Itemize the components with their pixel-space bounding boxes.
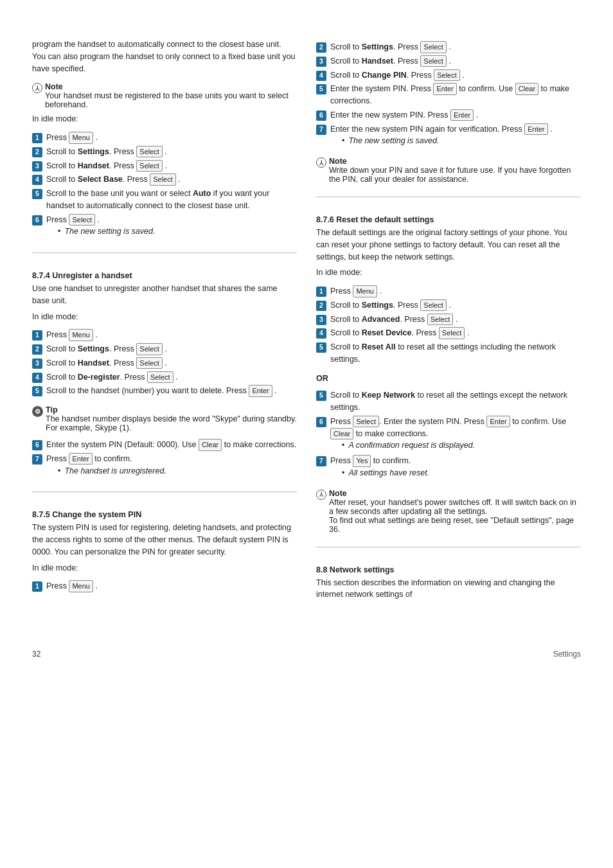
step-num-874-2: 2 [32,344,42,355]
step-num-874-7: 7 [32,454,42,465]
step-content-876-5b: Scroll to Keep Network to reset all the … [330,389,581,414]
step-content-876-5a: Scroll to Reset All to reset all the set… [330,341,581,366]
steps-875-start: 1 Press Menu . [32,580,297,594]
bullet-6: •The new setting is saved. [58,226,297,238]
section-875-title: 8.7.5 Change the system PIN [32,510,297,519]
kbd-select-874-3: Select [136,357,163,369]
bullet-876-6: •A confirmation request is displayed. [342,439,581,452]
kbd-menu-876-1: Menu [353,285,377,297]
step-876-3: 3 Scroll to Advanced. Press Select . [316,314,581,326]
page-content: program the handset to automatically con… [0,0,613,630]
note-text: Your handset must be registered to the b… [45,91,289,109]
step-875-5: 5 Enter the system PIN. Press Enter to c… [316,83,581,107]
step-num-874-4: 4 [32,373,42,383]
kbd-menu-874-1: Menu [69,329,93,341]
kbd-select-875-3: Select [420,55,447,67]
note-text-875: Write down your PIN and save it for futu… [329,166,571,184]
step-content-1: Press Menu . [46,132,297,144]
kbd-enter-875-6: Enter [450,109,474,121]
step-875-2: 2 Scroll to Settings. Press Select . [316,41,581,53]
step-content-874-3: Scroll to Handset. Press Select . [46,357,297,369]
kbd-menu-875-1: Menu [69,580,93,592]
note-label-876: Note [329,489,347,498]
steps-876-a: 1 Press Menu . 2 Scroll to Settings. Pre… [316,285,581,368]
step-876-7: 7 Press Yes to confirm. •All settings ha… [316,455,581,481]
kbd-select-2: Select [136,146,163,158]
step-876-4: 4 Scroll to Reset Device. Press Select . [316,327,581,339]
step-content-875-6: Enter the new system PIN. Press Enter . [330,109,581,121]
step-content-876-3: Scroll to Advanced. Press Select . [330,314,581,326]
step-874-6: 6 Enter the system PIN (Default: 0000). … [32,439,297,451]
step-content-3: Scroll to Handset. Press Select . [46,160,297,172]
step-876-5a: 5 Scroll to Reset All to reset all the s… [316,341,581,366]
step-content-5: Scroll to the base unit you want or sele… [46,188,297,212]
idle-label-875: In idle mode: [32,562,297,574]
kbd-enter-875-5: Enter [433,83,456,95]
step-1: 1 Press Menu . [32,132,297,144]
step-content-876-7: Press Yes to confirm. •All settings have… [330,455,581,481]
step-num-875-4: 4 [316,71,326,81]
step-num-875-5: 5 [316,84,326,94]
step-num-875-1: 1 [32,581,42,592]
kbd-clear-875-5: Clear [515,83,538,95]
step-num-876-4: 4 [316,328,326,339]
step-content-874-4: Scroll to De-register. Press Select . [46,371,297,384]
step-875-7: 7 Enter the new system PIN again for ver… [316,123,581,149]
kbd-select-6: Select [69,214,95,226]
kbd-clear-876-6: Clear [330,428,353,440]
section-88-desc: This section describes the information o… [316,577,581,601]
step-content-875-3: Scroll to Handset. Press Select . [330,55,581,67]
step-num-876-3: 3 [316,315,326,325]
kbd-select-4: Select [150,173,176,186]
step-4: 4 Scroll to Select Base. Press Select . [32,173,297,186]
or-label: OR [316,373,581,385]
step-num-876-2: 2 [316,301,326,311]
intro-text: program the handset to automatically con… [32,39,297,75]
divider-2 [32,492,297,492]
divider-right-1 [316,197,581,197]
step-num-875-6: 6 [316,111,326,121]
note-text-876-2: To find out what settings are being rese… [329,516,574,534]
bottom-row: 32 Settings [0,637,613,659]
step-num-874-6: 6 [32,440,42,450]
kbd-select-3: Select [136,160,163,172]
step-875-4: 4 Scroll to Change PIN. Press Select . [316,69,581,82]
kbd-enter-874-5: Enter [249,385,272,397]
step-num-6: 6 [32,215,42,226]
step-content-2: Scroll to Settings. Press Select . [46,146,297,158]
step-content-874-1: Press Menu . [46,329,297,341]
kbd-select-876-4: Select [439,327,465,339]
left-column: program the handset to automatically con… [32,39,297,605]
note-icon-876: ⅄ [316,490,326,500]
step-876-6: 6 Press Select. Enter the system PIN. Pr… [316,416,581,453]
settings-label: Settings [553,650,581,659]
step-num-875-3: 3 [316,57,326,67]
step-874-3: 3 Scroll to Handset. Press Select . [32,357,297,369]
idle-label-intro: In idle mode: [32,113,297,125]
step-6: 6 Press Select . •The new setting is sav… [32,214,297,240]
step-875-1: 1 Press Menu . [32,580,297,592]
step-num-4: 4 [32,175,42,185]
steps-875-cont: 2 Scroll to Settings. Press Select . 3 S… [316,41,581,150]
step-num-2: 2 [32,147,42,157]
note-text-876-1: After reset, your handset's power switch… [329,498,576,516]
idle-label-876: In idle mode: [316,267,581,279]
step-num-876-1: 1 [316,287,326,297]
note-content-876: Note After reset, your handset's power s… [329,489,581,534]
kbd-enter-874-7: Enter [69,453,92,465]
section-874-title: 8.7.4 Unregister a handset [32,271,297,280]
step-num-1: 1 [32,133,42,143]
section-88-title: 8.8 Network settings [316,565,581,574]
step-874-5: 5 Scroll to the handset (number) you wan… [32,385,297,397]
step-874-2: 2 Scroll to Settings. Press Select . [32,343,297,355]
step-content-6: Press Select . •The new setting is saved… [46,214,297,240]
kbd-select-876-2: Select [420,299,447,312]
kbd-enter-875-7: Enter [524,123,547,136]
step-num-876-5a: 5 [316,342,326,353]
note-block-876: ⅄ Note After reset, your handset's power… [316,489,581,534]
step-875-3: 3 Scroll to Handset. Press Select . [316,55,581,67]
step-content-874-5: Scroll to the handset (number) you want … [46,385,297,397]
note-block-intro: ⅄ Note Your handset must be registered t… [32,82,297,109]
note-content: Note Your handset must be registered to … [45,82,297,109]
kbd-select-874-4: Select [147,371,173,384]
